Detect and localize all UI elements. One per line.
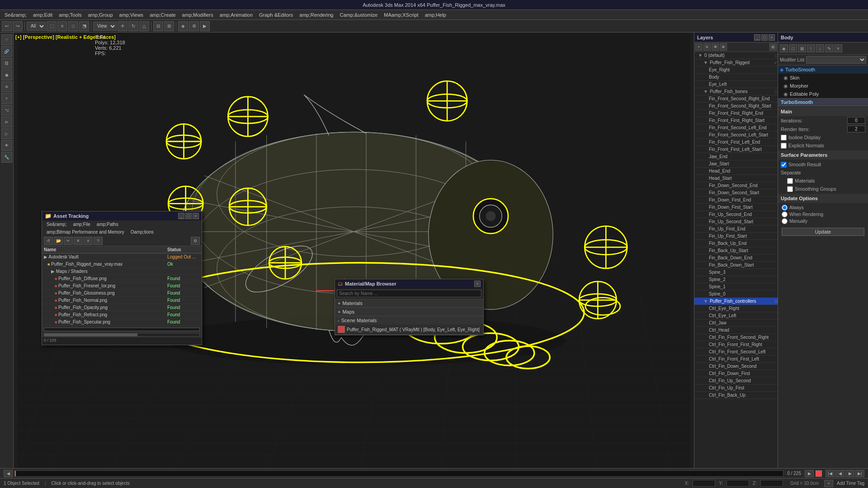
menu-edit[interactable]: amp;Edit (30, 11, 55, 19)
list-item[interactable]: Head_End (694, 168, 778, 175)
tool-select[interactable]: ☞ (1, 34, 12, 45)
list-item[interactable]: Fin_Up_First_End (694, 225, 778, 233)
menu-rendering[interactable]: amp;Rendering (297, 11, 336, 19)
list-item[interactable]: ■ Puffer_Fish_Refract.png Found (42, 311, 202, 319)
layer-item-puffer-rigged[interactable]: ▼ Puffer_Fish_Rigged ✓ (694, 59, 778, 66)
modifier-list-dropdown[interactable] (806, 56, 866, 64)
asset-remove-btn[interactable]: ✕ (74, 237, 83, 245)
list-item[interactable]: Ctrl_Fin_Front_First_Right (694, 341, 778, 348)
list-item[interactable]: Fin_Back_Up_Start (694, 247, 778, 254)
mod-stack-icon4[interactable]: ↑ (807, 44, 815, 52)
asset-view-btn[interactable]: ≡ (84, 237, 93, 245)
list-item[interactable]: Ctrl_Fin_Back_Up (694, 392, 778, 399)
explicit-normals-checkbox[interactable] (781, 143, 787, 149)
list-item[interactable]: Head_Start (694, 175, 778, 182)
surface-params-header[interactable]: Surface Parameters (778, 150, 868, 160)
asset-minimize-btn[interactable]: _ (178, 213, 184, 219)
list-item[interactable]: ■ Puffer_Fish_Diffuse.png Found (42, 275, 202, 282)
modifier-morpher[interactable]: ◉ Morpher (778, 82, 868, 90)
render-setup[interactable]: ⚙ (189, 21, 199, 31)
layer-item-puffer-controllers[interactable]: ▼ Puffer_Fish_controllers □ (694, 298, 778, 305)
modifier-turbosmooth[interactable]: ◈ TurboSmooth (778, 66, 868, 74)
select-rotate[interactable]: ↻ (128, 21, 138, 31)
align-tool[interactable]: ⊞ (164, 21, 174, 31)
rect-select[interactable]: □ (68, 21, 78, 31)
asset-menu-bitmap[interactable]: amp;Bitmap Performance and Memory (44, 229, 127, 235)
list-item[interactable]: Ctrl_Fin_Front_Second_Right (694, 334, 778, 341)
asset-menu-seramp[interactable]: Se&ramp; (44, 221, 69, 227)
layer-new-btn[interactable]: + (695, 43, 703, 51)
viewport[interactable]: [+] [Perspective] [Realistic + Edged Fac… (14, 33, 694, 468)
list-item[interactable]: Spine_1 (694, 283, 778, 291)
list-item[interactable]: Fin_Front_First_Left_End (694, 139, 778, 146)
list-item[interactable]: Spine_0 (694, 291, 778, 298)
materials-section-header[interactable]: + Materials (335, 299, 483, 307)
mod-stack-icon2[interactable]: □ (789, 44, 797, 52)
menu-customize[interactable]: Camp;&ustomize (337, 11, 380, 19)
tool-bind[interactable]: ◉ (1, 70, 12, 80)
select-by-name[interactable]: ≡ (57, 21, 67, 31)
layer-item-eye-right[interactable]: Eye_Right (694, 66, 778, 74)
list-item[interactable]: ■ Puffer_Fish_Opacity.png Found (42, 304, 202, 311)
mod-stack-icon3[interactable]: ⊞ (798, 44, 806, 52)
asset-restore-btn[interactable]: □ (185, 213, 192, 219)
modifier-editpoly[interactable]: ◉ Editable Poly (778, 90, 868, 98)
update-options-header[interactable]: Update Options (778, 194, 868, 203)
list-item[interactable]: Fin_Down_Second_Start (694, 189, 778, 197)
menu-tools[interactable]: amp;Tools (56, 11, 84, 19)
list-item[interactable]: Ctrl_Fin_Up_Second (694, 377, 778, 385)
mod-stack-icon1[interactable]: ◈ (780, 44, 788, 52)
list-item[interactable]: Ctrl_Fin_Down_Second (694, 363, 778, 370)
list-item[interactable]: Ctrl_Eye_Right (694, 305, 778, 312)
list-item[interactable]: Fin_Front_Second_Left_End (694, 124, 778, 131)
list-item[interactable]: Fin_Front_First_Right_End (694, 110, 778, 117)
tool-link[interactable]: 🔗 (1, 46, 12, 57)
list-item[interactable]: Fin_Down_First_Start (694, 204, 778, 211)
tool-create[interactable]: + (1, 93, 12, 104)
list-item[interactable]: Fin_Up_First_Start (694, 233, 778, 240)
toolbar-redo[interactable]: ↪ (13, 21, 23, 31)
timeline-next-btn[interactable]: ▶ (805, 470, 814, 477)
list-item[interactable]: Ctrl_Fin_Up_First (694, 385, 778, 392)
main-section-header[interactable]: Main (778, 107, 868, 116)
playback-start-btn[interactable]: |◀ (826, 470, 835, 477)
tool-unlink[interactable]: ⛓ (1, 58, 12, 69)
selection-filter-dropdown[interactable]: All (27, 22, 46, 31)
list-item[interactable]: Ctrl_Fin_Front_Second_Left (694, 348, 778, 356)
list-item[interactable]: Fin_Front_First_Left_Start (694, 146, 778, 153)
asset-refresh-btn[interactable]: ↺ (44, 237, 53, 245)
menu-views[interactable]: amp;Views (117, 11, 146, 19)
list-item[interactable]: Jaw_End (694, 153, 778, 160)
menu-seramp[interactable]: Se&ramp; (2, 11, 29, 19)
menu-create[interactable]: amp;Create (147, 11, 178, 19)
list-item[interactable]: Ctrl_Head (694, 327, 778, 334)
view-dropdown[interactable]: View (93, 22, 117, 31)
render-iters-spinner[interactable] (847, 126, 865, 132)
playback-play-btn[interactable]: ▶ (845, 470, 854, 477)
smooth-result-checkbox[interactable] (781, 162, 787, 168)
layer-item-default[interactable]: ▼ 0 (default) □ (694, 52, 778, 59)
window-crossing[interactable]: ⬔ (79, 21, 89, 31)
timeline-prev-btn[interactable]: ◀ (4, 470, 13, 477)
mod-stack-icon6[interactable]: ✎ (825, 44, 833, 52)
asset-help-btn[interactable]: ? (94, 237, 103, 245)
coord-y-input[interactable] (726, 480, 749, 487)
list-item[interactable]: Fin_Up_Second_Start (694, 218, 778, 225)
asset-locate-btn[interactable]: 📂 (54, 237, 63, 245)
isoline-checkbox[interactable] (781, 135, 787, 141)
asset-strip-btn[interactable]: ✂ (64, 237, 73, 245)
list-item[interactable]: Fin_Front_Second_Left_Start (694, 131, 778, 139)
mirror-tool[interactable]: ⊟ (153, 21, 163, 31)
menu-group[interactable]: amp;Group (85, 11, 115, 19)
asset-settings-btn[interactable]: ⚙ (191, 237, 200, 245)
list-item[interactable]: Fin_Front_First_Right_Start (694, 117, 778, 124)
timeline-slider[interactable] (14, 470, 783, 477)
render-btn[interactable]: ▶ (200, 21, 210, 31)
smoothing-groups-checkbox[interactable] (787, 186, 793, 192)
list-item[interactable]: Fin_Up_Second_End (694, 211, 778, 218)
layer-expand-btn[interactable]: ⊞ (769, 43, 777, 51)
layer-freeze-btn[interactable]: ❄ (720, 43, 727, 51)
list-item[interactable]: Fin_Back_Down_End (694, 254, 778, 262)
menu-animation[interactable]: amp;Animation (217, 11, 255, 19)
asset-menu-options[interactable]: Oamp;tions (128, 229, 156, 235)
